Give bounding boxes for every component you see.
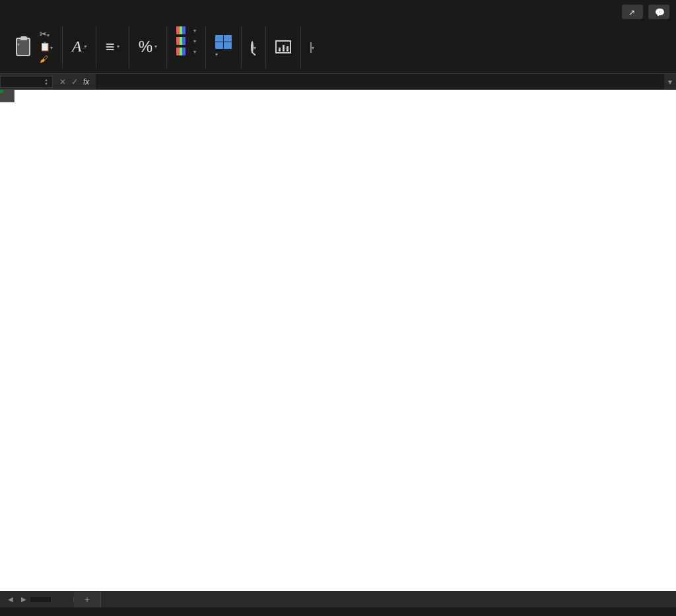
alignment-icon[interactable]: ≡ [106,38,119,56]
ribbon-tabs [0,0,676,21]
select-all-corner[interactable] [0,90,15,102]
fx-icon[interactable]: fx [83,77,89,86]
number-icon[interactable]: % [139,38,157,56]
conditional-formatting-button[interactable]: ▾ [176,26,196,34]
sheet-tab-details[interactable] [30,597,52,602]
sheet-tabs: ◀ ▶ + [0,591,676,607]
paste-icon[interactable] [16,38,30,56]
editing-button[interactable] [251,42,256,51]
cancel-formula-icon[interactable]: ✕ [59,77,66,86]
formula-expand-icon[interactable]: ▾ [664,77,676,86]
formula-input[interactable] [96,74,664,89]
cell-styles-button[interactable]: ▾ [176,48,196,55]
add-sheet-button[interactable]: + [74,592,101,607]
analyze-data-icon [275,40,291,53]
confirm-formula-icon[interactable]: ✓ [71,77,78,86]
analyze-data-button[interactable] [275,40,291,53]
sensitivity-icon [310,42,312,53]
sheet-tab-map[interactable] [52,597,74,602]
cells-button[interactable] [215,35,232,58]
cell-styles-icon [176,48,186,55]
formula-bar: ▲▼ ✕ ✓ fx ▾ [0,74,676,90]
spreadsheet-grid[interactable] [0,90,676,591]
conditional-formatting-icon [176,26,186,34]
share-button[interactable] [622,5,643,19]
format-painter-icon[interactable]: 🖌 [40,54,53,64]
font-icon[interactable]: A [72,38,86,55]
format-as-table-icon [176,37,186,45]
sheet-nav-next-icon[interactable]: ▶ [17,596,30,603]
name-box[interactable]: ▲▼ [0,76,53,88]
cut-icon[interactable]: ✂ [40,29,53,39]
sheet-nav-prev-icon[interactable]: ◀ [4,596,17,603]
copy-icon[interactable]: 📋 [40,42,53,51]
sensitivity-button [310,42,314,51]
comments-button[interactable] [648,5,669,19]
status-bar [0,607,676,616]
ribbon-body: ✂ 📋 🖌 A ≡ % ▾ ▾ ▾ [0,21,676,74]
format-as-table-button[interactable]: ▾ [176,37,196,45]
find-icon [251,41,254,53]
cells-icon [215,35,232,49]
